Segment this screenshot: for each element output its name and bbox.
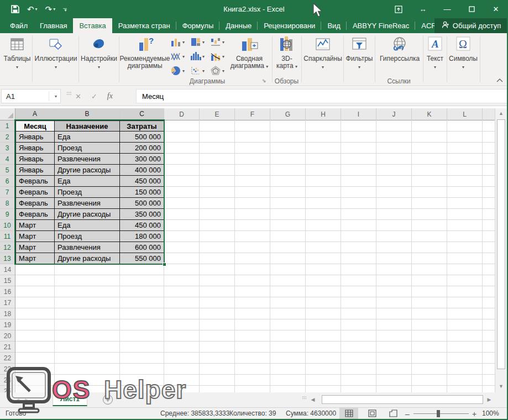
row-header[interactable]: 12 [0,242,15,253]
page-layout-view-button[interactable] [363,408,381,419]
category-cell[interactable]: Еда [55,176,120,187]
tab-page-layout[interactable]: Разметка стран [112,18,176,33]
cell-A1[interactable]: Месяц [15,120,55,132]
amount-cell[interactable]: 450 000 [120,176,164,187]
month-cell[interactable]: Февраль [15,198,55,209]
column-header[interactable]: H [306,108,341,120]
row-header[interactable]: 7 [0,187,15,198]
amount-cell[interactable]: 500 000 [120,132,164,143]
amount-cell[interactable]: 200 000 [120,143,164,154]
month-cell[interactable]: Март [15,220,55,231]
month-cell[interactable]: Январь [15,154,55,165]
insert-scatter-chart-button[interactable]: ▾ [190,66,205,76]
tab-data[interactable]: Данные [219,18,258,33]
amount-cell[interactable]: 500 000 [120,198,164,209]
cell-C1[interactable]: Затраты [120,120,164,132]
tab-file[interactable]: Файл [0,18,34,33]
column-header[interactable]: J [376,108,412,120]
month-cell[interactable]: Январь [15,132,55,143]
column-header[interactable]: D [164,108,200,120]
amount-cell[interactable]: 550 000 [120,253,164,264]
category-cell[interactable]: Еда [55,220,120,231]
category-cell[interactable]: Развлечения [55,154,120,165]
insert-line-chart-button[interactable]: ▾ [170,51,185,61]
row-header[interactable]: 24 [0,375,15,386]
sheet-tab[interactable]: Лист1 [53,392,87,406]
category-cell[interactable]: Проезд [55,231,120,242]
close-button[interactable]: ✕ [484,0,508,18]
zoom-slider-thumb[interactable] [437,410,440,417]
cell-B1[interactable]: Назначение [55,120,120,132]
hyperlink-button[interactable]: Гиперссылка [377,36,422,62]
row-header[interactable]: 3 [0,143,15,154]
insert-hierarchy-chart-button[interactable]: ▾ [190,37,205,47]
scroll-up-icon[interactable]: ▲ [495,111,507,116]
pivot-chart-button[interactable]: Сводная диаграмма ▾ [229,36,269,70]
column-header[interactable]: I [341,108,376,120]
zoom-level[interactable]: 100% [482,410,499,417]
month-cell[interactable]: Март [15,253,55,264]
addins-button[interactable]: Надстройки ▾ [81,36,117,71]
row-header[interactable]: 14 [0,264,15,275]
column-header[interactable]: F [235,108,270,120]
add-sheet-button[interactable]: + [103,395,113,405]
scroll-right-icon[interactable]: ▶ [485,395,494,405]
column-header[interactable]: C [120,108,164,120]
category-cell[interactable]: Проезд [55,187,120,198]
row-header[interactable]: 18 [0,308,15,319]
column-header[interactable]: A [15,108,55,120]
amount-cell[interactable]: 400 000 [120,165,164,176]
insert-radar-chart-button[interactable]: ▾ [210,66,224,76]
select-all-button[interactable] [0,108,15,120]
amount-cell[interactable]: 180 000 [120,231,164,242]
illustrations-button[interactable]: Иллюстрации ▾ [34,36,77,71]
column-header[interactable]: E [200,108,235,120]
filters-button[interactable]: Фильтры ▾ [345,36,374,71]
sparklines-button[interactable]: Спарклайны ▾ [303,36,343,71]
row-header[interactable]: 6 [0,176,15,187]
category-cell[interactable]: Еда [55,132,120,143]
insert-statistic-chart-button[interactable]: ▾ [190,51,205,61]
scroll-down-icon[interactable]: ▼ [495,384,507,389]
formula-input[interactable]: Месяц [136,89,508,103]
zoom-out-button[interactable]: – [405,410,410,418]
tab-formulas[interactable]: Формулы [176,18,220,33]
fill-handle[interactable] [163,262,166,266]
minimize-button[interactable]: — [435,0,459,18]
category-cell[interactable]: Другие расходы [55,253,120,264]
category-cell[interactable]: Развлечения [55,242,120,253]
tables-button[interactable]: Таблицы ▾ [3,36,32,71]
tab-insert[interactable]: Вставка [73,18,112,33]
category-cell[interactable]: Развлечения [55,198,120,209]
insert-pie-chart-button[interactable]: ▾ [170,66,185,76]
month-cell[interactable]: Февраль [15,176,55,187]
row-header[interactable]: 25 [0,386,15,392]
insert-function-icon[interactable]: fx [107,92,113,101]
category-cell[interactable]: Проезд [55,143,120,154]
page-break-view-button[interactable] [384,408,402,419]
scrollbar-drag-dots[interactable]: ⠿ [301,396,307,400]
map-3d-button[interactable]: 3D- карта ▾ [274,36,300,70]
row-header[interactable]: 23 [0,364,15,375]
tab-review[interactable]: Рецензировани [258,18,321,33]
column-header[interactable]: L [447,108,483,120]
row-header[interactable]: 13 [0,253,15,264]
insert-combo-chart-button[interactable]: ▾ [210,51,224,61]
enter-icon[interactable]: ✓ [91,92,97,101]
collapse-ribbon-icon[interactable] [496,76,503,84]
horizontal-scroll-thumb[interactable] [322,395,483,404]
symbols-button[interactable]: Ω Символы ▾ [448,36,479,71]
row-header[interactable]: 16 [0,286,15,297]
amount-cell[interactable]: 600 000 [120,242,164,253]
row-header[interactable]: 2 [0,132,15,143]
ribbon-display-options-button[interactable] [386,0,411,18]
column-header[interactable]: B [55,108,120,120]
tab-abbyy-finereader[interactable]: ABBYY FineReac [347,18,415,33]
month-cell[interactable]: Март [15,242,55,253]
category-cell[interactable]: Другие расходы [55,165,120,176]
name-box[interactable]: A1 ▾ [1,89,61,103]
cancel-icon[interactable]: ✕ [75,92,81,101]
column-header[interactable]: K [412,108,447,120]
amount-cell[interactable]: 300 000 [120,154,164,165]
resize-icon[interactable]: ↔ [411,0,435,18]
